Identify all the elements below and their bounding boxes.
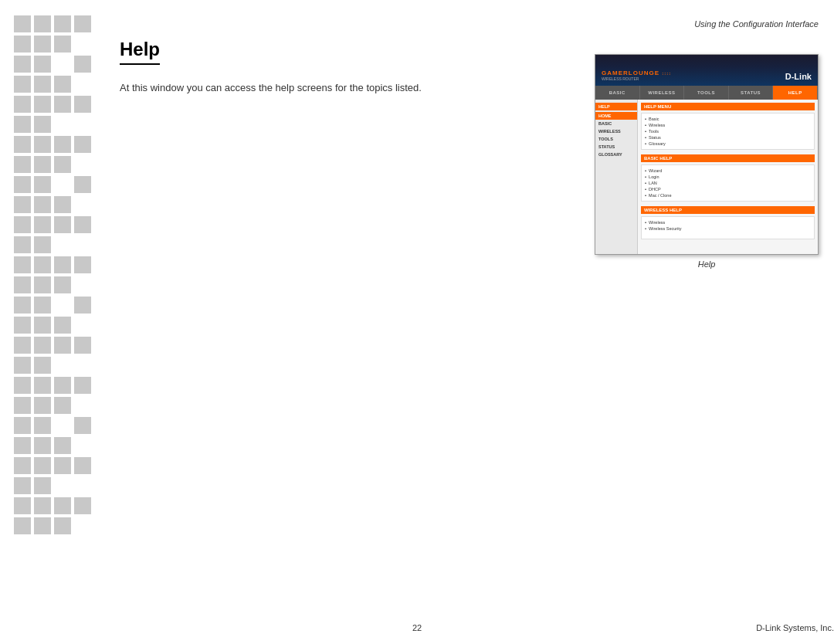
router-panels: HELP MENU Basic Wireless Tools Status Gl…	[638, 100, 818, 254]
nav-tab-status[interactable]: STATUS	[729, 86, 774, 100]
page-number: 22	[412, 623, 422, 632]
help-menu-item-wireless: Wireless	[645, 122, 811, 128]
router-logo-area: GAMERLOUNGE :::: WIRELESS ROUTER	[602, 69, 671, 81]
panel-body-wireless-help: Wireless Wireless Security	[641, 216, 815, 239]
help-menu-item-basic: Basic	[645, 116, 811, 122]
router-screenshot: GAMERLOUNGE :::: WIRELESS ROUTER D-Link …	[595, 54, 819, 255]
page-title: Help	[120, 39, 160, 65]
sidebar-item-glossary[interactable]: GLOSSARY	[595, 151, 637, 158]
router-sidebar: HELP HOME BASIC WIRELESS TOOLS STATUS GL…	[595, 100, 638, 254]
wireless-help-item-security: Wireless Security	[645, 225, 811, 232]
basic-help-item-login: Login	[645, 174, 811, 180]
sidebar-title: HELP	[595, 103, 637, 110]
nav-tab-basic[interactable]: BASIC	[595, 86, 640, 100]
basic-help-panel: BASIC HELP Wizard Login LAN DHCP Mac / C…	[641, 154, 815, 202]
screenshot-caption: Help	[595, 259, 819, 269]
sidebar-item-tools[interactable]: TOOLS	[595, 135, 637, 143]
decorative-grid: (function() { const grid = document.quer…	[14, 15, 99, 534]
screenshot-container: GAMERLOUNGE :::: WIRELESS ROUTER D-Link …	[595, 54, 819, 269]
help-menu-item-status: Status	[645, 134, 811, 141]
router-subtitle: WIRELESS ROUTER	[602, 76, 671, 81]
sidebar-item-wireless[interactable]: WIRELESS	[595, 127, 637, 135]
help-menu-item-tools: Tools	[645, 128, 811, 134]
sidebar-item-basic[interactable]: BASIC	[595, 120, 637, 127]
basic-help-item-dhcp: DHCP	[645, 186, 811, 192]
help-menu-panel: HELP MENU Basic Wireless Tools Status Gl…	[641, 103, 815, 150]
gamer-lounge-logo: GAMERLOUNGE ::::	[602, 69, 671, 76]
panel-title-basic-help: BASIC HELP	[641, 154, 815, 162]
section-header-text: Using the Configuration Interface	[694, 19, 819, 29]
router-nav: BASIC WIRELESS TOOLS STATUS HELP	[595, 86, 818, 100]
nav-tab-tools[interactable]: TOOLS	[684, 86, 729, 100]
nav-tab-wireless[interactable]: WIRELESS	[640, 86, 685, 100]
router-ui: GAMERLOUNGE :::: WIRELESS ROUTER D-Link …	[595, 55, 818, 254]
basic-help-item-wizard: Wizard	[645, 168, 811, 174]
panel-body-help-menu: Basic Wireless Tools Status Glossary	[641, 113, 815, 150]
wireless-help-panel: WIRELESS HELP Wireless Wireless Security	[641, 206, 815, 239]
router-content-area: HELP HOME BASIC WIRELESS TOOLS STATUS GL…	[595, 100, 818, 254]
panel-title-wireless-help: WIRELESS HELP	[641, 206, 815, 214]
footer: 22 D-Link Systems, Inc.	[0, 623, 834, 632]
panel-body-basic-help: Wizard Login LAN DHCP Mac / Clone	[641, 164, 815, 202]
basic-help-item-lan: LAN	[645, 180, 811, 186]
main-content: Using the Configuration Interface Help A…	[120, 15, 819, 629]
sidebar-item-home[interactable]: HOME	[595, 112, 637, 120]
help-menu-item-glossary: Glossary	[645, 141, 811, 147]
section-header: Using the Configuration Interface	[694, 19, 819, 29]
company-name: D-Link Systems, Inc.	[756, 623, 834, 632]
nav-tab-help[interactable]: HELP	[773, 86, 818, 100]
router-header: GAMERLOUNGE :::: WIRELESS ROUTER D-Link	[595, 55, 818, 86]
sidebar-item-status[interactable]: STATUS	[595, 143, 637, 151]
basic-help-item-mac: Mac / Clone	[645, 192, 811, 198]
wireless-help-item-wireless: Wireless	[645, 219, 811, 225]
panel-title-help-menu: HELP MENU	[641, 103, 815, 110]
dlink-brand: D-Link	[785, 72, 812, 81]
